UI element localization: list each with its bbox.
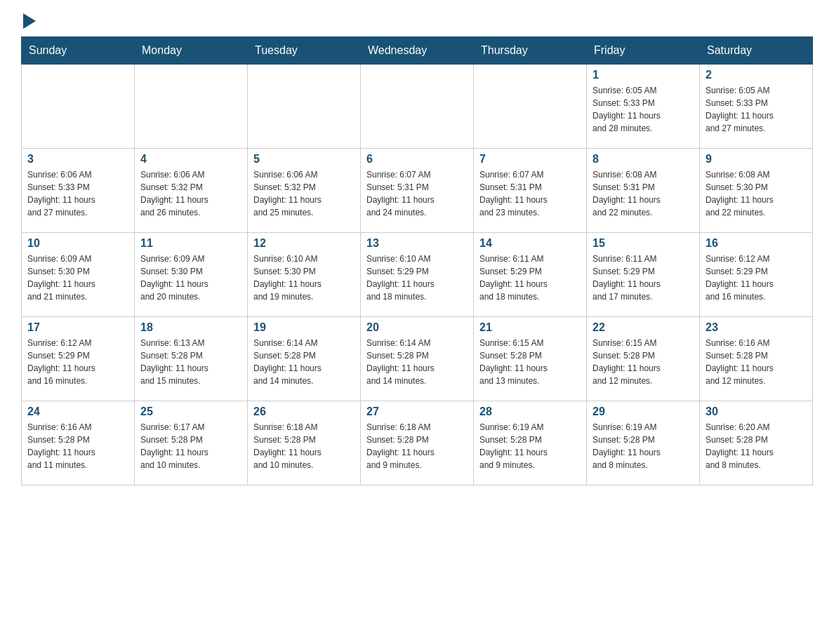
calendar-cell: 24Sunrise: 6:16 AM Sunset: 5:28 PM Dayli… bbox=[22, 401, 135, 485]
day-info: Sunrise: 6:06 AM Sunset: 5:32 PM Dayligh… bbox=[140, 168, 241, 219]
day-number: 3 bbox=[27, 153, 128, 166]
day-number: 8 bbox=[593, 153, 694, 166]
day-info: Sunrise: 6:07 AM Sunset: 5:31 PM Dayligh… bbox=[479, 168, 581, 219]
calendar-cell: 3Sunrise: 6:06 AM Sunset: 5:33 PM Daylig… bbox=[22, 149, 135, 233]
day-info: Sunrise: 6:20 AM Sunset: 5:28 PM Dayligh… bbox=[706, 421, 807, 471]
day-of-week-header: Saturday bbox=[700, 37, 813, 65]
calendar-cell: 8Sunrise: 6:08 AM Sunset: 5:31 PM Daylig… bbox=[587, 149, 700, 233]
calendar-header-row: SundayMondayTuesdayWednesdayThursdayFrid… bbox=[22, 37, 813, 65]
day-number: 22 bbox=[593, 321, 694, 334]
day-info: Sunrise: 6:06 AM Sunset: 5:33 PM Dayligh… bbox=[27, 168, 128, 219]
day-info: Sunrise: 6:18 AM Sunset: 5:28 PM Dayligh… bbox=[253, 421, 355, 471]
calendar-cell bbox=[474, 65, 587, 149]
calendar-cell: 7Sunrise: 6:07 AM Sunset: 5:31 PM Daylig… bbox=[474, 149, 587, 233]
day-info: Sunrise: 6:16 AM Sunset: 5:28 PM Dayligh… bbox=[706, 337, 807, 387]
day-info: Sunrise: 6:18 AM Sunset: 5:28 PM Dayligh… bbox=[366, 421, 468, 471]
calendar-cell: 16Sunrise: 6:12 AM Sunset: 5:29 PM Dayli… bbox=[700, 233, 813, 317]
day-number: 16 bbox=[706, 237, 807, 250]
day-info: Sunrise: 6:17 AM Sunset: 5:28 PM Dayligh… bbox=[140, 421, 241, 471]
day-number: 11 bbox=[140, 237, 241, 250]
day-of-week-header: Sunday bbox=[22, 37, 135, 65]
day-number: 21 bbox=[479, 321, 581, 334]
page-header bbox=[21, 14, 813, 29]
calendar-cell: 27Sunrise: 6:18 AM Sunset: 5:28 PM Dayli… bbox=[361, 401, 474, 485]
day-number: 30 bbox=[706, 405, 807, 418]
calendar-cell: 1Sunrise: 6:05 AM Sunset: 5:33 PM Daylig… bbox=[587, 65, 700, 149]
day-info: Sunrise: 6:15 AM Sunset: 5:28 PM Dayligh… bbox=[593, 337, 694, 387]
day-of-week-header: Wednesday bbox=[361, 37, 474, 65]
day-number: 26 bbox=[253, 405, 355, 418]
day-info: Sunrise: 6:08 AM Sunset: 5:31 PM Dayligh… bbox=[593, 168, 694, 219]
calendar-cell: 20Sunrise: 6:14 AM Sunset: 5:28 PM Dayli… bbox=[361, 317, 474, 401]
day-info: Sunrise: 6:10 AM Sunset: 5:29 PM Dayligh… bbox=[366, 253, 468, 303]
calendar-cell: 15Sunrise: 6:11 AM Sunset: 5:29 PM Dayli… bbox=[587, 233, 700, 317]
day-info: Sunrise: 6:07 AM Sunset: 5:31 PM Dayligh… bbox=[366, 168, 468, 219]
day-info: Sunrise: 6:12 AM Sunset: 5:29 PM Dayligh… bbox=[706, 253, 807, 303]
day-info: Sunrise: 6:08 AM Sunset: 5:30 PM Dayligh… bbox=[706, 168, 807, 219]
day-number: 2 bbox=[706, 69, 807, 81]
day-info: Sunrise: 6:05 AM Sunset: 5:33 PM Dayligh… bbox=[706, 84, 807, 135]
calendar-cell: 29Sunrise: 6:19 AM Sunset: 5:28 PM Dayli… bbox=[587, 401, 700, 485]
calendar-cell: 18Sunrise: 6:13 AM Sunset: 5:28 PM Dayli… bbox=[135, 317, 248, 401]
calendar-week-row: 1Sunrise: 6:05 AM Sunset: 5:33 PM Daylig… bbox=[22, 65, 813, 149]
day-info: Sunrise: 6:06 AM Sunset: 5:32 PM Dayligh… bbox=[253, 168, 355, 219]
day-number: 12 bbox=[253, 237, 355, 250]
calendar-cell: 26Sunrise: 6:18 AM Sunset: 5:28 PM Dayli… bbox=[248, 401, 361, 485]
calendar-cell: 4Sunrise: 6:06 AM Sunset: 5:32 PM Daylig… bbox=[135, 149, 248, 233]
day-number: 23 bbox=[706, 321, 807, 334]
day-number: 28 bbox=[479, 405, 581, 418]
logo bbox=[21, 14, 36, 29]
calendar-week-row: 10Sunrise: 6:09 AM Sunset: 5:30 PM Dayli… bbox=[22, 233, 813, 317]
day-number: 7 bbox=[479, 153, 581, 166]
calendar-cell bbox=[248, 65, 361, 149]
calendar-cell bbox=[361, 65, 474, 149]
calendar-cell: 13Sunrise: 6:10 AM Sunset: 5:29 PM Dayli… bbox=[361, 233, 474, 317]
day-of-week-header: Monday bbox=[135, 37, 248, 65]
day-number: 6 bbox=[366, 153, 468, 166]
calendar-cell: 6Sunrise: 6:07 AM Sunset: 5:31 PM Daylig… bbox=[361, 149, 474, 233]
day-number: 24 bbox=[27, 405, 128, 418]
day-number: 25 bbox=[140, 405, 241, 418]
day-number: 15 bbox=[593, 237, 694, 250]
day-number: 18 bbox=[140, 321, 241, 334]
calendar-cell: 10Sunrise: 6:09 AM Sunset: 5:30 PM Dayli… bbox=[22, 233, 135, 317]
day-of-week-header: Friday bbox=[587, 37, 700, 65]
calendar-cell: 28Sunrise: 6:19 AM Sunset: 5:28 PM Dayli… bbox=[474, 401, 587, 485]
logo-triangle-icon bbox=[23, 13, 36, 29]
calendar-week-row: 24Sunrise: 6:16 AM Sunset: 5:28 PM Dayli… bbox=[22, 401, 813, 485]
day-info: Sunrise: 6:15 AM Sunset: 5:28 PM Dayligh… bbox=[479, 337, 581, 387]
day-number: 20 bbox=[366, 321, 468, 334]
day-info: Sunrise: 6:19 AM Sunset: 5:28 PM Dayligh… bbox=[479, 421, 581, 471]
calendar-cell: 2Sunrise: 6:05 AM Sunset: 5:33 PM Daylig… bbox=[700, 65, 813, 149]
day-number: 5 bbox=[253, 153, 355, 166]
day-info: Sunrise: 6:11 AM Sunset: 5:29 PM Dayligh… bbox=[593, 253, 694, 303]
day-number: 1 bbox=[593, 69, 694, 81]
calendar-cell bbox=[135, 65, 248, 149]
day-info: Sunrise: 6:05 AM Sunset: 5:33 PM Dayligh… bbox=[593, 84, 694, 135]
calendar-week-row: 3Sunrise: 6:06 AM Sunset: 5:33 PM Daylig… bbox=[22, 149, 813, 233]
day-info: Sunrise: 6:16 AM Sunset: 5:28 PM Dayligh… bbox=[27, 421, 128, 471]
day-info: Sunrise: 6:14 AM Sunset: 5:28 PM Dayligh… bbox=[366, 337, 468, 387]
day-info: Sunrise: 6:14 AM Sunset: 5:28 PM Dayligh… bbox=[253, 337, 355, 387]
day-info: Sunrise: 6:13 AM Sunset: 5:28 PM Dayligh… bbox=[140, 337, 241, 387]
day-info: Sunrise: 6:11 AM Sunset: 5:29 PM Dayligh… bbox=[479, 253, 581, 303]
day-number: 13 bbox=[366, 237, 468, 250]
day-number: 19 bbox=[253, 321, 355, 334]
calendar-cell: 19Sunrise: 6:14 AM Sunset: 5:28 PM Dayli… bbox=[248, 317, 361, 401]
calendar-cell bbox=[22, 65, 135, 149]
calendar-cell: 11Sunrise: 6:09 AM Sunset: 5:30 PM Dayli… bbox=[135, 233, 248, 317]
calendar-cell: 21Sunrise: 6:15 AM Sunset: 5:28 PM Dayli… bbox=[474, 317, 587, 401]
day-info: Sunrise: 6:09 AM Sunset: 5:30 PM Dayligh… bbox=[27, 253, 128, 303]
day-number: 9 bbox=[706, 153, 807, 166]
day-number: 17 bbox=[27, 321, 128, 334]
day-info: Sunrise: 6:09 AM Sunset: 5:30 PM Dayligh… bbox=[140, 253, 241, 303]
day-info: Sunrise: 6:12 AM Sunset: 5:29 PM Dayligh… bbox=[27, 337, 128, 387]
calendar-cell: 14Sunrise: 6:11 AM Sunset: 5:29 PM Dayli… bbox=[474, 233, 587, 317]
calendar-cell: 22Sunrise: 6:15 AM Sunset: 5:28 PM Dayli… bbox=[587, 317, 700, 401]
calendar-cell: 25Sunrise: 6:17 AM Sunset: 5:28 PM Dayli… bbox=[135, 401, 248, 485]
day-of-week-header: Thursday bbox=[474, 37, 587, 65]
day-number: 4 bbox=[140, 153, 241, 166]
calendar-cell: 17Sunrise: 6:12 AM Sunset: 5:29 PM Dayli… bbox=[22, 317, 135, 401]
calendar-week-row: 17Sunrise: 6:12 AM Sunset: 5:29 PM Dayli… bbox=[22, 317, 813, 401]
calendar-cell: 9Sunrise: 6:08 AM Sunset: 5:30 PM Daylig… bbox=[700, 149, 813, 233]
